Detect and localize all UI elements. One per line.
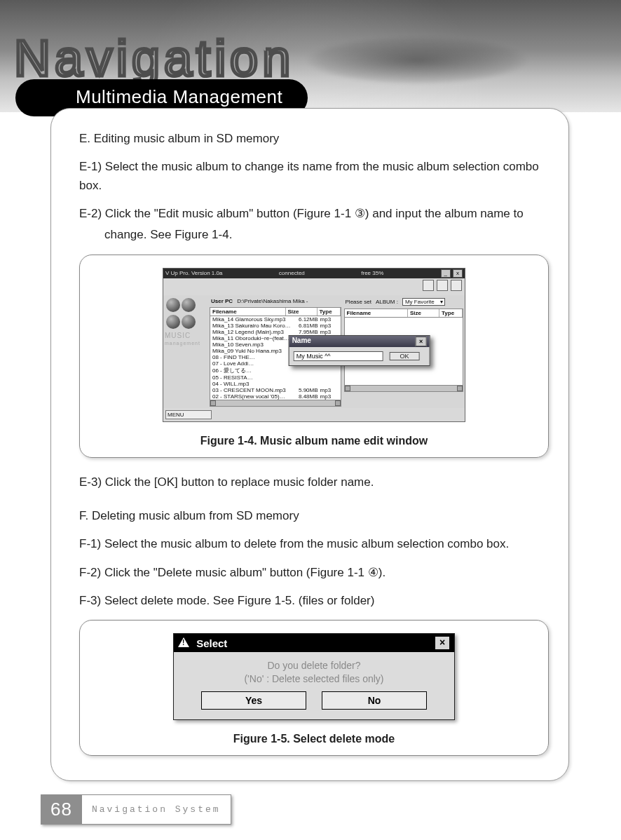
toolbar-icon-1[interactable] [423, 280, 434, 291]
step-e2-line2: change. See Figure 1-4. [79, 226, 232, 244]
col-filename-r[interactable]: Filename [345, 309, 408, 317]
page-number: 68 [41, 794, 82, 825]
minimize-icon[interactable]: _ [441, 269, 451, 278]
step-f3: F-3) Select delete mode. See Figure 1-5.… [79, 592, 549, 610]
table-row[interactable]: 06 - 愛してる… [210, 367, 341, 374]
close-icon[interactable]: × [416, 337, 427, 346]
figure-1-4: V Up Pro. Version 1.0a connected free 35… [79, 255, 549, 458]
footer-label: Navigation System [82, 794, 231, 825]
brand-wordmark: Navigation [14, 29, 294, 87]
ok-button[interactable]: OK [389, 352, 419, 360]
fig14-freespace: free 35% [361, 270, 383, 276]
no-button[interactable]: No [322, 691, 427, 710]
table-row[interactable]: Mika_12 Legend (Main).mp37.95MBmp3 [210, 329, 341, 335]
table-row[interactable]: 03 - CRESCENT MOON.mp35.90MBmp3 [210, 387, 341, 393]
fig14-brand2: management [165, 341, 207, 346]
fig14-userpc-label: User PC [211, 298, 233, 304]
yes-button[interactable]: Yes [201, 691, 306, 710]
col-filename[interactable]: Filename [210, 308, 286, 316]
col-type-r[interactable]: Type [439, 309, 463, 317]
fig14-album-combo[interactable]: My Favorite [402, 298, 445, 306]
col-size-r[interactable]: Size [408, 309, 439, 317]
step-f1: F-1) Select the music album to delete fr… [79, 535, 549, 553]
fig14-path: D:\Private\Nakashima Mika - [237, 298, 308, 304]
toolbar-icon-3[interactable] [451, 280, 462, 291]
fig14-brand1: MUSIC [165, 332, 207, 339]
body-text: E. Editing music album in SD memory E-1)… [79, 130, 549, 245]
body-text-2: E-3) Click the [OK] button to replace mu… [79, 473, 549, 611]
fig15-title: Select [196, 637, 227, 649]
step-f2: F-2) Click the "Delete music album" butt… [79, 564, 549, 582]
page-footer: 68 Navigation System [41, 794, 231, 825]
fig14-name-input[interactable] [294, 351, 383, 361]
fig14-status: connected [279, 270, 305, 276]
fig14-menu-button[interactable]: MENU [165, 410, 212, 419]
col-type[interactable]: Type [318, 308, 341, 316]
table-row[interactable]: 04 - WILL.mp3 [210, 381, 341, 387]
step-e1: E-1) Select the music album to change it… [79, 158, 549, 195]
fig14-title: V Up Pro. Version 1.0a [165, 270, 222, 276]
close-icon[interactable]: × [435, 636, 450, 650]
table-row[interactable]: Mika_14 Glamorous Sky.mp36.12MBmp3 [210, 316, 341, 323]
h-scrollbar-r[interactable] [345, 385, 463, 391]
fig14-album-label: ALBUM : [376, 299, 398, 305]
heading-f: F. Deleting music album from SD memory [79, 507, 549, 525]
heading-e: E. Editing music album in SD memory [79, 130, 549, 148]
table-row[interactable]: Mika_13 Sakurairo Mau Koro…6.81MBmp3 [210, 323, 341, 329]
toolbar-icon-2[interactable] [437, 280, 448, 291]
fig15-msg1: Do you delete folder? [267, 660, 360, 671]
fig14-please-set: Please set [346, 299, 371, 305]
fig14-caption: Figure 1-4. Music album name edit window [93, 435, 535, 447]
table-row[interactable]: 02 - STARS(new vocal '05)…8.48MBmp3 [210, 393, 341, 400]
figure-1-5: Select × Do you delete folder? ('No' : D… [79, 620, 549, 756]
fig14-modal-title: Name [292, 337, 311, 346]
fig15-dialog: Select × Do you delete folder? ('No' : D… [173, 633, 455, 720]
h-scrollbar[interactable] [210, 400, 341, 406]
table-row[interactable]: 05 - RESISTA… [210, 374, 341, 381]
fig15-caption: Figure 1-5. Select delete mode [93, 733, 535, 745]
step-e2-line1: E-2) Click the "Edit music album" button… [79, 205, 549, 223]
warning-icon [178, 637, 189, 647]
content-frame: E. Editing music album in SD memory E-1)… [50, 108, 569, 781]
fig14-logo: MUSIC management [165, 297, 207, 407]
close-icon[interactable]: x [453, 269, 463, 278]
fig15-msg2: ('No' : Delete selected files only) [244, 673, 383, 684]
fig14-name-dialog: Name × OK [289, 335, 430, 366]
col-size[interactable]: Size [286, 308, 318, 316]
step-e3: E-3) Click the [OK] button to replace mu… [79, 473, 549, 492]
